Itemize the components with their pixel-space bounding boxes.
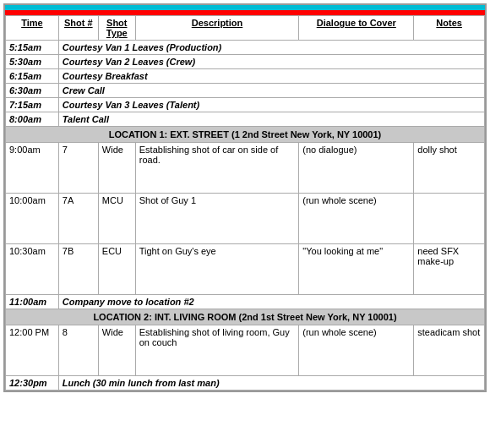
list-item: 7:15amCourtesy Van 3 Leaves (Talent) [6, 98, 485, 112]
scene-type: Wide [98, 325, 135, 376]
call-text: Courtesy Van 2 Leaves (Crew) [58, 55, 484, 69]
list-item: LOCATION 2: INT. LIVING ROOM (2nd 1st St… [6, 309, 485, 325]
list-item: LOCATION 1: EXT. STREET (1 2nd Street Ne… [6, 127, 485, 143]
call-text: Courtesy Van 1 Leaves (Production) [58, 41, 484, 55]
list-item: 12:30pmLunch (30 min lunch from last man… [6, 376, 485, 391]
scene-type: ECU [98, 244, 135, 295]
scene-dialogue: (no dialogue) [299, 143, 414, 194]
list-item: 8:00amTalent Call [6, 112, 485, 127]
call-time: 12:30pm [6, 376, 59, 391]
list-item: 5:30amCourtesy Van 2 Leaves (Crew) [6, 55, 485, 69]
table-row: 12:00 PM8WideEstablishing shot of living… [6, 325, 485, 376]
call-time: 5:15am [6, 41, 59, 55]
scene-time: 10:30am [6, 244, 59, 295]
scene-time: 10:00am [6, 194, 59, 244]
location-text: LOCATION 1: EXT. STREET (1 2nd Street Ne… [6, 127, 485, 143]
scene-type: MCU [98, 194, 135, 244]
list-item: 6:15amCourtesy Breakfast [6, 69, 485, 84]
scene-dialogue: "You looking at me" [299, 244, 414, 295]
call-text: Crew Call [58, 84, 484, 98]
header-notes: Notes [414, 16, 485, 41]
scene-shot: 7B [58, 244, 98, 295]
header-type: ShotType [98, 16, 135, 41]
schedule-table: Time Shot # ShotType Description Dialogu… [5, 15, 485, 391]
call-time: 6:30am [6, 84, 59, 98]
scene-desc: Tight on Guy's eye [135, 244, 299, 295]
call-text: Courtesy Breakfast [58, 69, 484, 84]
table-row: 10:30am7BECUTight on Guy's eye"You looki… [6, 244, 485, 295]
call-time: 11:00am [6, 295, 59, 309]
scene-notes: steadicam shot [414, 325, 485, 376]
call-time: 5:30am [6, 55, 59, 69]
scene-notes: dolly shot [414, 143, 485, 194]
list-item: 5:15amCourtesy Van 1 Leaves (Production) [6, 41, 485, 55]
scene-desc: Establishing shot of living room, Guy on… [135, 325, 299, 376]
call-text: Lunch (30 min lunch from last man) [58, 376, 484, 391]
list-item: 6:30amCrew Call [6, 84, 485, 98]
list-item: 11:00amCompany move to location #2 [6, 295, 485, 309]
table-row: 9:00am7WideEstablishing shot of car on s… [6, 143, 485, 194]
scene-desc: Shot of Guy 1 [135, 194, 299, 244]
header-time: Time [6, 16, 59, 41]
scene-desc: Establishing shot of car on side of road… [135, 143, 299, 194]
scene-shot: 7 [58, 143, 98, 194]
scene-type: Wide [98, 143, 135, 194]
call-time: 8:00am [6, 112, 59, 127]
scene-dialogue: (run whole scene) [299, 325, 414, 376]
header-dialogue: Dialogue to Cover [299, 16, 414, 41]
call-text: Talent Call [58, 112, 484, 127]
scene-notes [414, 194, 485, 244]
scene-shot: 8 [58, 325, 98, 376]
call-time: 7:15am [6, 98, 59, 112]
scene-time: 12:00 PM [6, 325, 59, 376]
scene-dialogue: (run whole scene) [299, 194, 414, 244]
table-header: Time Shot # ShotType Description Dialogu… [6, 16, 485, 41]
scene-time: 9:00am [6, 143, 59, 194]
call-text: Courtesy Van 3 Leaves (Talent) [58, 98, 484, 112]
header-desc: Description [135, 16, 299, 41]
call-time: 6:15am [6, 69, 59, 84]
scene-notes: need SFX make-up [414, 244, 485, 295]
location-text: LOCATION 2: INT. LIVING ROOM (2nd 1st St… [6, 309, 485, 325]
table-row: 10:00am7AMCUShot of Guy 1(run whole scen… [6, 194, 485, 244]
header-shot: Shot # [58, 16, 98, 41]
scene-shot: 7A [58, 194, 98, 244]
call-text: Company move to location #2 [58, 295, 484, 309]
